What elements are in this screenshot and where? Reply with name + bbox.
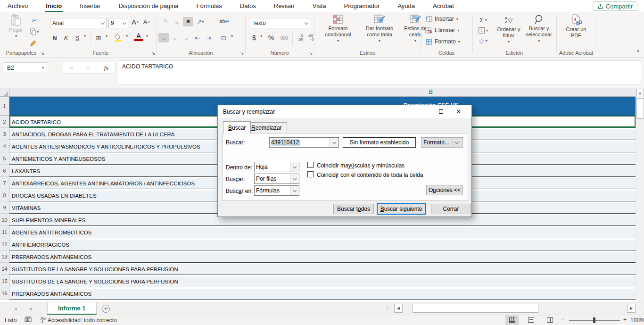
- row-header[interactable]: 8: [0, 189, 9, 201]
- ribbon-tab[interactable]: Ayuda: [396, 0, 416, 12]
- column-headers[interactable]: B: [0, 88, 636, 97]
- hscroll-right-icon[interactable]: ▶: [627, 304, 636, 313]
- cell[interactable]: SUSTITUTOS DE LA SANGRE Y SOLUCIONES PAR…: [9, 275, 636, 287]
- font-name-combo[interactable]: Arial: [50, 18, 107, 28]
- formula-bar-splitter[interactable]: ⋮: [54, 64, 60, 70]
- zoom-out-button[interactable]: −: [561, 317, 564, 323]
- new-sheet-button[interactable]: +: [102, 305, 110, 313]
- cell[interactable]: PREPARADOS ANTIANEMICOS: [9, 287, 636, 300]
- tab-scroll-splitter[interactable]: ⋮: [385, 305, 390, 311]
- look-in-dropdown-icon[interactable]: [290, 186, 299, 195]
- comma-style-button[interactable]: 000: [278, 33, 290, 42]
- find-what-combo[interactable]: 439110412: [269, 137, 339, 148]
- create-pdf-button[interactable]: Crear un PDF: [562, 14, 590, 39]
- row-header-1[interactable]: 1: [0, 97, 9, 116]
- share-button[interactable]: Compartir: [593, 1, 637, 11]
- search-order-dropdown-icon[interactable]: [290, 174, 299, 183]
- ribbon-tab[interactable]: Acrobat: [432, 0, 455, 12]
- merge-caret-icon[interactable]: ▾: [229, 34, 235, 38]
- look-in-combo[interactable]: Fórmulas: [254, 185, 299, 196]
- cell[interactable]: SUSTITUTOS DE LA SANGRE Y SOLUCIONES PAR…: [9, 263, 636, 275]
- number-format-combo[interactable]: Texto: [250, 18, 310, 28]
- ribbon-tab[interactable]: Insertar: [79, 0, 101, 12]
- tab-buscar[interactable]: Buscar: [223, 121, 251, 133]
- bold-button[interactable]: N: [50, 33, 59, 42]
- confirm-entry-icon[interactable]: ✓: [86, 65, 91, 71]
- font-size-combo[interactable]: 9: [108, 18, 128, 28]
- vertical-scroll-thumb[interactable]: [636, 98, 644, 119]
- row-header[interactable]: 9: [0, 201, 9, 214]
- underline-button[interactable]: S: [73, 33, 82, 42]
- match-case-checkbox[interactable]: [307, 162, 314, 168]
- insert-cells-button[interactable]: Insertar▾: [425, 16, 471, 22]
- ribbon-tab[interactable]: Inicio: [45, 0, 63, 12]
- fuente-dialog-launcher-icon[interactable]: ↘: [151, 50, 155, 56]
- delete-cells-button[interactable]: Eliminar▾: [425, 27, 471, 33]
- format-button[interactable]: Formato...: [421, 137, 463, 148]
- find-all-button[interactable]: Buscar todos: [333, 204, 374, 214]
- increase-indent-button[interactable]: ⇥: [204, 33, 214, 42]
- column-header-b[interactable]: B: [421, 89, 440, 95]
- match-entire-checkbox[interactable]: [307, 171, 314, 177]
- ribbon-tab[interactable]: Revisar: [273, 0, 296, 12]
- borders-caret-icon[interactable]: ▾: [104, 34, 109, 38]
- cut-button[interactable]: ✂: [29, 16, 40, 25]
- fill-color-button[interactable]: [114, 33, 124, 42]
- format-cells-button[interactable]: Formato▾: [425, 38, 471, 45]
- alineacion-dialog-launcher-icon[interactable]: ↘: [240, 50, 244, 56]
- underline-caret-icon[interactable]: ▾: [82, 34, 88, 38]
- scroll-up-icon[interactable]: ▲: [636, 89, 644, 97]
- currency-button[interactable]: $: [250, 33, 258, 42]
- page-break-view-button[interactable]: [543, 315, 556, 325]
- close-icon[interactable]: ✕: [450, 105, 468, 118]
- within-combo[interactable]: Hoja: [254, 162, 299, 172]
- maximize-icon[interactable]: [432, 105, 450, 118]
- zoom-in-button[interactable]: +: [623, 317, 627, 323]
- increase-font-button[interactable]: A∧: [130, 17, 140, 26]
- cell[interactable]: PREPARADOS ANTIANEMICOS: [9, 250, 636, 263]
- font-color-button[interactable]: A: [134, 32, 143, 42]
- search-order-combo[interactable]: Por filas: [254, 174, 299, 184]
- within-dropdown-icon[interactable]: [290, 162, 299, 172]
- table-row[interactable]: 13 PREPARADOS ANTIANEMICOS: [0, 250, 636, 263]
- numero-dialog-launcher-icon[interactable]: ↘: [309, 50, 313, 56]
- row-header[interactable]: 10: [0, 214, 9, 226]
- find-next-button[interactable]: Buscar siguiente: [377, 203, 426, 215]
- autosum-button[interactable]: Σ ▾: [475, 16, 491, 24]
- row-header[interactable]: 3: [0, 128, 9, 140]
- sheet-tab-informe-1[interactable]: Informe 1: [47, 302, 97, 315]
- ribbon-tab[interactable]: Disposición de página: [117, 0, 179, 12]
- ribbon-tab[interactable]: Archivo: [7, 0, 29, 12]
- page-layout-view-button[interactable]: [524, 315, 537, 325]
- align-right-button[interactable]: ≡: [181, 33, 191, 42]
- cancel-entry-icon[interactable]: ×: [70, 64, 74, 71]
- decrease-indent-button[interactable]: ⇤: [192, 33, 203, 42]
- decrease-font-button[interactable]: A∨: [141, 17, 152, 26]
- align-middle-button[interactable]: ≡: [172, 17, 182, 26]
- portapapeles-dialog-launcher-icon[interactable]: ↘: [41, 50, 44, 56]
- row-header[interactable]: 16: [0, 287, 9, 300]
- paste-button[interactable]: Pegar ▾: [6, 14, 26, 39]
- ribbon-tab[interactable]: Vista: [312, 0, 327, 12]
- table-row[interactable]: 16 PREPARADOS ANTIANEMICOS: [0, 287, 636, 300]
- collapse-ribbon-button[interactable]: ∧: [634, 47, 642, 54]
- sort-filter-button[interactable]: AZ▽ Ordenar y filtrar ▾: [494, 14, 523, 45]
- align-center-button[interactable]: ≡: [170, 33, 180, 42]
- formula-input[interactable]: ACIDO TARTARICO: [118, 60, 641, 85]
- row-header[interactable]: 2: [0, 116, 9, 128]
- name-box[interactable]: B2 ▾: [4, 62, 47, 73]
- zoom-slider-handle[interactable]: [593, 317, 595, 323]
- orientation-button[interactable]: ↗▾: [195, 17, 206, 26]
- ribbon-tab[interactable]: Fórmulas: [196, 0, 223, 12]
- clear-button[interactable]: ◇ ▾: [475, 37, 491, 44]
- row-header[interactable]: 7: [0, 177, 9, 189]
- sheet-nav-next-icon[interactable]: ▸: [30, 306, 33, 312]
- row-header[interactable]: 13: [0, 250, 9, 263]
- hscroll-left-icon[interactable]: ◀: [394, 304, 403, 313]
- merge-center-button[interactable]: ⊟: [218, 33, 229, 42]
- horizontal-scroll-thumb[interactable]: [413, 304, 538, 313]
- format-button-caret-icon[interactable]: [453, 138, 461, 147]
- ribbon-tab[interactable]: Datos: [239, 0, 257, 12]
- row-header[interactable]: 15: [0, 275, 9, 287]
- select-all-corner[interactable]: [0, 88, 9, 97]
